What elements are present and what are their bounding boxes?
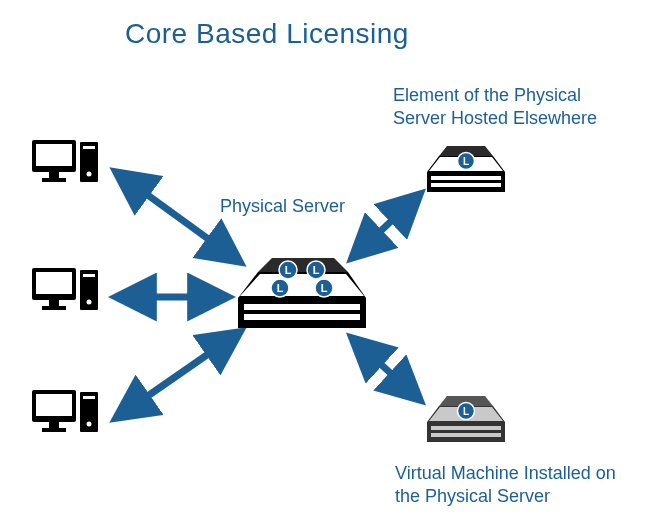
svg-rect-11 [80, 270, 98, 310]
license-badge-2: L [313, 264, 320, 276]
svg-rect-8 [36, 272, 72, 294]
svg-point-23 [279, 261, 297, 279]
svg-point-29 [458, 153, 475, 170]
arrow-client3-server [116, 332, 240, 418]
diagram-svg: L L L L L [0, 0, 671, 524]
svg-rect-5 [83, 146, 95, 149]
svg-point-20 [87, 422, 92, 427]
svg-point-26 [315, 279, 333, 297]
svg-rect-28 [431, 183, 501, 187]
svg-point-32 [458, 403, 475, 420]
diagram-title: Core Based Licensing [125, 18, 409, 50]
license-badge-elsewhere: L [463, 156, 469, 167]
client-icon-3 [32, 390, 98, 432]
vm-server-icon: L [427, 396, 505, 442]
svg-rect-1 [36, 144, 72, 166]
license-badge-vm: L [463, 406, 469, 417]
svg-rect-12 [83, 274, 95, 277]
svg-rect-31 [431, 433, 501, 437]
client-workstations [32, 140, 98, 432]
svg-rect-2 [49, 172, 59, 178]
label-virtual-machine: Virtual Machine Installed on the Physica… [395, 462, 635, 507]
client-icon-2 [32, 268, 98, 310]
svg-rect-7 [32, 268, 76, 300]
svg-rect-0 [32, 140, 76, 172]
svg-rect-14 [32, 390, 76, 422]
svg-rect-17 [42, 428, 66, 432]
arrow-server-vm [352, 338, 420, 400]
svg-point-13 [87, 300, 92, 305]
diagram-stage: Core Based Licensing Physical Server Ele… [0, 0, 671, 524]
license-badge-1: L [285, 264, 292, 276]
svg-point-6 [87, 172, 92, 177]
svg-rect-21 [244, 304, 360, 310]
svg-rect-27 [431, 176, 501, 180]
svg-rect-4 [80, 142, 98, 182]
label-element-elsewhere: Element of the Physical Server Hosted El… [393, 84, 633, 129]
svg-rect-30 [431, 426, 501, 430]
svg-rect-15 [36, 394, 72, 416]
svg-point-24 [307, 261, 325, 279]
svg-rect-10 [42, 306, 66, 310]
client-icon-1 [32, 140, 98, 182]
physical-server-icon: L L L L [238, 258, 366, 328]
arrow-server-element [352, 194, 420, 258]
svg-rect-3 [42, 178, 66, 182]
license-badge-3: L [277, 282, 284, 294]
svg-point-25 [271, 279, 289, 297]
license-badge-4: L [321, 282, 328, 294]
svg-rect-19 [83, 396, 95, 399]
svg-rect-9 [49, 300, 59, 306]
svg-rect-16 [49, 422, 59, 428]
svg-rect-18 [80, 392, 98, 432]
label-physical-server: Physical Server [220, 195, 345, 218]
element-server-icon: L [427, 146, 505, 192]
svg-rect-22 [244, 314, 360, 320]
